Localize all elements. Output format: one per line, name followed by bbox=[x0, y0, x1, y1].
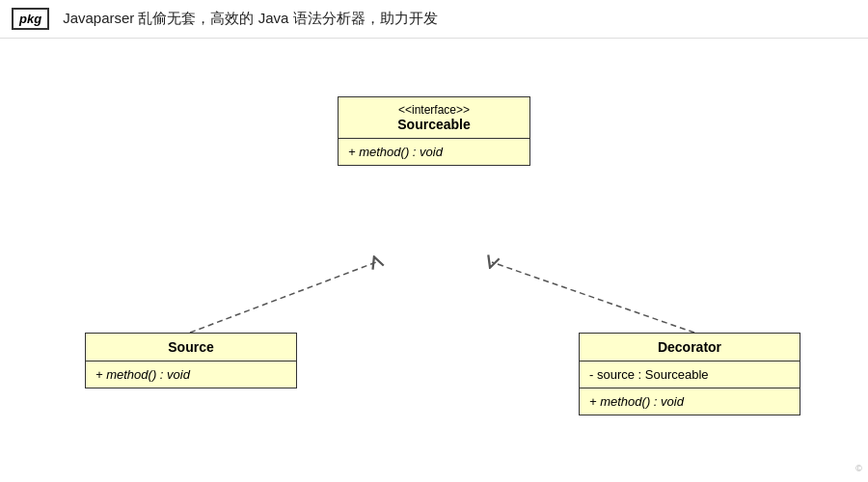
source-box: Source + method() : void bbox=[85, 333, 297, 388]
decorator-box: Decorator - source : Sourceable + method… bbox=[579, 333, 800, 415]
sourceable-method: + method() : void bbox=[339, 139, 529, 165]
source-classname: Source bbox=[95, 339, 286, 355]
sourceable-classname: Sourceable bbox=[348, 117, 520, 132]
diagram-area: <<interface>> Sourceable + method() : vo… bbox=[0, 39, 868, 477]
decorator-classname: Decorator bbox=[589, 339, 790, 355]
source-method: + method() : void bbox=[86, 362, 296, 388]
sourceable-stereotype: <<interface>> bbox=[348, 103, 520, 117]
sourceable-box: <<interface>> Sourceable + method() : vo… bbox=[338, 96, 530, 166]
svg-line-0 bbox=[190, 262, 376, 333]
source-header: Source bbox=[86, 334, 296, 362]
header: pkg Javaparser 乱偷无套，高效的 Java 语法分析器，助力开发 bbox=[0, 0, 868, 39]
sourceable-header: <<interface>> Sourceable bbox=[339, 97, 529, 139]
decorator-header: Decorator bbox=[580, 334, 800, 362]
decorator-field: - source : Sourceable bbox=[580, 362, 800, 388]
svg-line-1 bbox=[492, 262, 694, 333]
pkg-badge: pkg bbox=[12, 8, 49, 30]
decorator-method: + method() : void bbox=[580, 388, 800, 415]
header-title: Javaparser 乱偷无套，高效的 Java 语法分析器，助力开发 bbox=[63, 10, 437, 28]
watermark: © bbox=[855, 464, 862, 473]
